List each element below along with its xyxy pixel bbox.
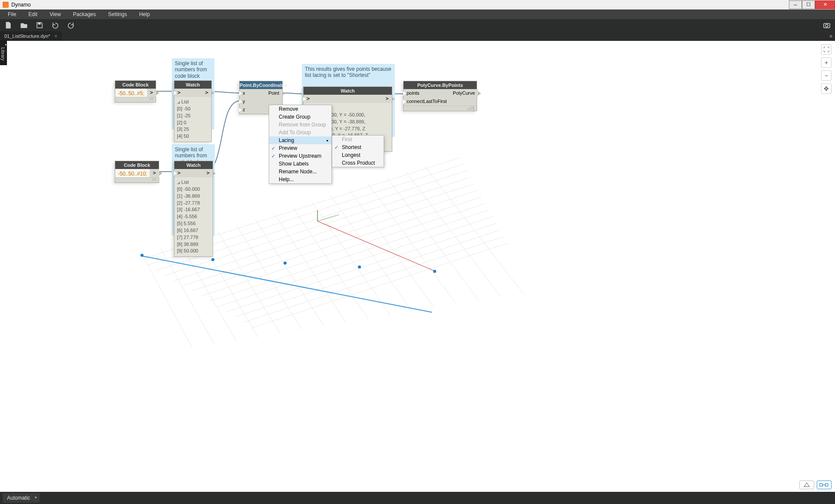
ctx-preview[interactable]: ✓Preview [269, 144, 331, 152]
input-port-x[interactable]: x [240, 89, 248, 97]
node-header: PolyCurve.ByPoints [404, 81, 477, 89]
output-port[interactable]: > [204, 169, 213, 177]
window-minimize-button[interactable] [789, 0, 802, 9]
output-port[interactable]: > [383, 95, 392, 103]
menu-settings[interactable]: Settings [102, 11, 133, 17]
menu-help[interactable]: Help [133, 11, 156, 17]
geometry-point [358, 265, 361, 269]
svg-rect-0 [38, 23, 40, 24]
library-label: Library [0, 47, 5, 61]
svg-line-15 [217, 189, 578, 307]
input-port[interactable]: > [174, 169, 184, 177]
svg-line-27 [273, 212, 352, 332]
undo-icon[interactable] [51, 21, 59, 29]
ctx-remove[interactable]: Remove [269, 105, 331, 113]
svg-line-14 [209, 185, 565, 302]
group-title: This results gives five points because l… [302, 64, 394, 80]
node-code-block[interactable]: Code Block -50..50..#10; > [115, 161, 159, 183]
input-port-points[interactable]: points [404, 89, 450, 97]
node-header: Watch [174, 161, 213, 169]
screenshot-icon[interactable] [823, 21, 831, 29]
tab-close-icon[interactable]: × [54, 33, 57, 39]
svg-line-33 [385, 176, 483, 306]
window-close-button[interactable] [815, 0, 835, 9]
ctx-show-labels[interactable]: Show Labels [269, 160, 331, 168]
lacing-shortest[interactable]: ✓Shortest [332, 143, 384, 151]
menu-edit[interactable]: Edit [22, 11, 43, 17]
output-port[interactable]: > [147, 89, 156, 97]
watch-body: ◢List [0] -50.000 [1] -38.889 [2] -27.77… [174, 177, 213, 256]
svg-line-29 [311, 200, 396, 323]
svg-line-16 [226, 192, 591, 312]
input-port-z[interactable]: z [240, 106, 248, 114]
svg-line-28 [292, 206, 374, 328]
menu-packages[interactable]: Packages [67, 11, 102, 17]
input-port[interactable]: > [174, 89, 184, 97]
node-watch[interactable]: Watch > > ◢List [0] -50 [1] -25 [2] 0 [3… [174, 80, 212, 142]
zoom-out-button[interactable]: − [821, 70, 832, 81]
zoom-in-button[interactable]: + [821, 57, 832, 68]
library-panel-toggle[interactable]: Library [0, 41, 7, 65]
status-bar: Automatic [0, 492, 835, 504]
input-port-connectlast[interactable]: connectLastToFirst [404, 97, 450, 106]
view-toggle-3d[interactable] [799, 481, 814, 489]
svg-line-20 [142, 255, 200, 362]
menu-view[interactable]: View [43, 11, 67, 17]
svg-rect-40 [825, 484, 828, 486]
workspace-tab[interactable]: 01_ListStructure.dyn* × [0, 31, 62, 40]
svg-line-31 [348, 188, 439, 315]
pan-button[interactable]: ✥ [821, 83, 832, 94]
svg-line-9 [165, 168, 500, 275]
code-block-input[interactable]: -50..50..#5; [115, 89, 147, 97]
svg-line-17 [235, 196, 605, 317]
open-file-icon[interactable] [20, 21, 28, 29]
ctx-preview-upstream[interactable]: ✓Preview Upstream [269, 152, 331, 160]
svg-point-2 [825, 24, 828, 27]
node-footer [115, 177, 159, 182]
svg-line-25 [236, 224, 309, 341]
run-mode-selector[interactable]: Automatic [3, 493, 40, 503]
node-footer: ▭ │ [404, 106, 477, 111]
svg-line-34 [404, 169, 504, 302]
svg-line-32 [367, 182, 461, 310]
svg-line-18 [244, 199, 618, 322]
view-toggle-graph[interactable] [817, 481, 832, 489]
new-file-icon[interactable] [4, 21, 12, 29]
canvas[interactable]: Library ⛶ + − ✥ Single list of numbers f… [0, 41, 835, 492]
output-port-polycurve[interactable]: PolyCurve [450, 89, 478, 97]
geometry-point [211, 258, 214, 261]
geometry-point [433, 270, 436, 273]
fit-view-button[interactable]: ⛶ [821, 44, 832, 55]
ctx-create-group[interactable]: Create Group [269, 113, 331, 121]
redo-icon[interactable] [67, 21, 75, 29]
node-watch[interactable]: Watch > > ◢List [0] -50.000 [1] -38.889 … [174, 161, 213, 257]
output-port[interactable]: > [202, 89, 211, 97]
lacing-longest[interactable]: Longest [332, 151, 384, 159]
lacing-cross-product[interactable]: Cross Product [332, 159, 384, 167]
output-port-point[interactable]: Point [265, 89, 282, 97]
run-mode-label: Automatic [7, 495, 30, 501]
svg-line-38 [317, 221, 435, 271]
title-bar: Dynamo [0, 0, 835, 10]
save-icon[interactable] [36, 21, 43, 29]
code-block-input[interactable]: -50..50..#10; [115, 169, 150, 177]
input-port[interactable]: > [304, 95, 313, 103]
tabstrip-menu-icon[interactable]: ≡ [827, 33, 835, 39]
ctx-lacing[interactable]: Lacing▸ [269, 136, 331, 144]
geometry-polyline [142, 255, 432, 312]
svg-rect-39 [820, 484, 822, 486]
svg-line-12 [191, 178, 539, 291]
ctx-remove-from-group: Remove from Group [269, 121, 331, 129]
app-title: Dynamo [11, 2, 31, 8]
window-maximize-button[interactable] [802, 0, 815, 9]
geometry-point [140, 254, 144, 257]
workspace-tab-label: 01_ListStructure.dyn* [4, 33, 50, 39]
ctx-help[interactable]: Help... [269, 176, 331, 183]
ctx-rename-node[interactable]: Rename Node... [269, 168, 331, 176]
input-port-y[interactable]: y [240, 97, 248, 106]
output-port[interactable]: > [150, 169, 159, 177]
toolbar [0, 19, 835, 31]
node-polycurve-bypoints[interactable]: PolyCurve.ByPoints points connectLastToF… [403, 81, 477, 111]
node-code-block[interactable]: Code Block -50..50..#5; > [115, 80, 156, 103]
menu-file[interactable]: File [2, 11, 22, 17]
